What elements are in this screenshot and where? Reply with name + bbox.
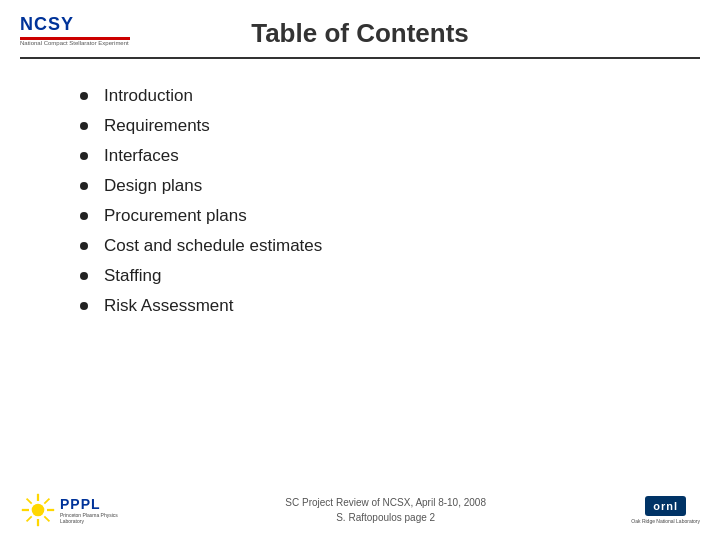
bullet-text: Interfaces [104,146,179,166]
pppl-sunburst-icon [20,492,56,528]
ornl-sub-text: Oak Ridge National Laboratory [631,518,700,524]
slide: NCSY National Compact Stellarator Experi… [0,0,720,540]
bullet-text: Staffing [104,266,161,286]
bullet-dot [80,242,88,250]
pppl-main-text: PPPL [60,496,140,512]
bullet-dot [80,302,88,310]
ornl-logo: ornl Oak Ridge National Laboratory [631,496,700,524]
list-item: Introduction [80,81,660,111]
bullet-text: Procurement plans [104,206,247,226]
list-item: Interfaces [80,141,660,171]
list-item: Risk Assessment [80,291,660,321]
slide-header: Table of Contents [0,0,720,71]
pppl-logo: PPPL Princeton Plasma Physics Laboratory [20,492,140,528]
header-rule [20,57,700,59]
slide-footer: PPPL Princeton Plasma Physics Laboratory… [0,480,720,540]
bullet-text: Cost and schedule estimates [104,236,322,256]
slide-title: Table of Contents [251,18,469,49]
footer-text: SC Project Review of NCSX, April 8-10, 2… [140,495,631,525]
bullet-dot [80,182,88,190]
bullet-dot [80,152,88,160]
list-item: Design plans [80,171,660,201]
list-item: Requirements [80,111,660,141]
bullet-dot [80,92,88,100]
footer-line2: S. Raftopoulos page 2 [140,510,631,525]
bullet-text: Requirements [104,116,210,136]
pppl-sub-text: Princeton Plasma Physics Laboratory [60,512,140,525]
svg-line-8 [44,516,49,521]
bullet-text: Introduction [104,86,193,106]
svg-line-7 [27,516,32,521]
bullet-text: Design plans [104,176,202,196]
svg-point-0 [32,504,45,517]
list-item: Staffing [80,261,660,291]
bullet-text: Risk Assessment [104,296,233,316]
footer-line1: SC Project Review of NCSX, April 8-10, 2… [140,495,631,510]
list-item: Procurement plans [80,201,660,231]
bullet-dot [80,272,88,280]
bullet-dot [80,122,88,130]
list-item: Cost and schedule estimates [80,231,660,261]
bullet-dot [80,212,88,220]
bullet-list: IntroductionRequirementsInterfacesDesign… [0,71,720,331]
ornl-main-text: ornl [653,500,678,512]
svg-line-5 [27,499,32,504]
ornl-box-text: ornl [645,496,686,516]
pppl-text: PPPL Princeton Plasma Physics Laboratory [60,496,140,525]
svg-line-6 [44,499,49,504]
